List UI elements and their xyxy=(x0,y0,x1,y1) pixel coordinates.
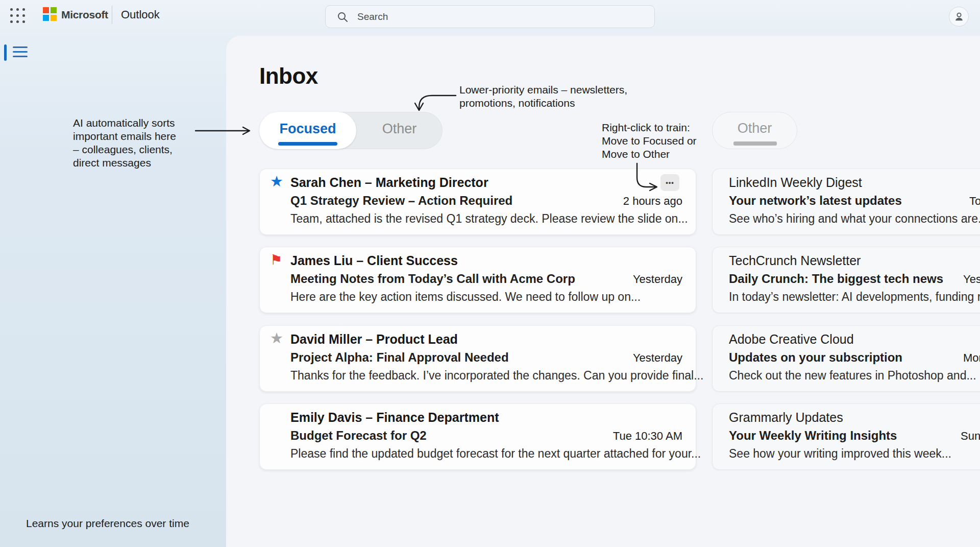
email-timestamp: 2 hours ago xyxy=(623,195,682,208)
email-row[interactable]: James Liu – Client Success Meeting Notes… xyxy=(259,247,696,313)
annotation-line: important emails here xyxy=(73,130,176,143)
email-row[interactable]: TechCrunch Newsletter Daily Crunch: The … xyxy=(712,247,980,313)
app-launcher-icon[interactable] xyxy=(10,8,26,23)
annotation-line: direct messages xyxy=(73,156,176,170)
email-timestamp: Yesterday xyxy=(633,351,682,365)
microsoft-logo-icon xyxy=(43,7,57,21)
top-bar: Microsoft Outlook xyxy=(0,0,980,36)
search-icon xyxy=(337,11,348,22)
email-timestamp: Tue 10:30 AM xyxy=(613,430,682,443)
annotation-line: Move to Focused or xyxy=(602,134,697,148)
tab-other-panel-label: Other xyxy=(738,121,772,136)
annotation-line: Move to Other xyxy=(602,148,697,161)
email-subject: Budget Forecast for Q2 xyxy=(290,429,427,443)
tab-focused[interactable]: Focused xyxy=(259,112,356,149)
tab-other-panel[interactable]: Other xyxy=(712,112,797,149)
email-subject: Updates on your subscription xyxy=(729,350,902,365)
email-preview: In today’s newsletter: AI developments, … xyxy=(729,290,980,304)
microsoft-wordmark: Microsoft xyxy=(61,9,108,21)
email-preview: Please find the updated budget forecast … xyxy=(290,447,701,461)
email-row[interactable]: LinkedIn Weekly Digest Your network’s la… xyxy=(712,169,980,235)
email-preview: See who’s hiring and what your connectio… xyxy=(729,212,980,226)
email-timestamp: Sun xyxy=(961,430,980,443)
email-timestamp: Mon xyxy=(963,351,980,365)
email-timestamp: Yest xyxy=(963,273,980,286)
email-subject: Daily Crunch: The biggest tech news xyxy=(729,272,943,286)
tab-focused-label: Focused xyxy=(279,121,336,137)
email-row[interactable]: Emily Davis – Finance Department Budget … xyxy=(259,403,696,470)
email-row[interactable]: David Miller – Product Lead Project Alph… xyxy=(259,325,696,392)
tab-other[interactable]: Other xyxy=(356,112,443,146)
email-sender: Sarah Chen – Marketing Director xyxy=(290,175,488,190)
email-preview: Here are the key action items discussed.… xyxy=(290,290,641,304)
email-row[interactable]: Adobe Creative Cloud Updates on your sub… xyxy=(712,325,980,392)
annotation-line: AI automatically sorts xyxy=(73,116,176,130)
person-icon xyxy=(953,11,965,22)
email-subject: Your network’s latest updates xyxy=(729,194,902,208)
email-subject: Project Alpha: Final Approval Needed xyxy=(290,350,509,365)
brand-divider xyxy=(112,6,112,24)
email-sender: Grammarly Updates xyxy=(729,410,843,425)
nav-accent-bar xyxy=(4,44,7,61)
search-input[interactable] xyxy=(356,11,634,23)
annotation-focused-note: AI automatically sorts important emails … xyxy=(73,116,176,170)
hamburger-menu-icon[interactable] xyxy=(13,46,28,59)
product-name: Outlook xyxy=(121,8,160,21)
search-bar[interactable] xyxy=(325,5,655,28)
more-options-button[interactable] xyxy=(660,174,679,191)
other-underline xyxy=(733,141,777,146)
email-timestamp: To xyxy=(969,195,980,208)
email-subject: Your Weekly Writing Insights xyxy=(729,429,897,443)
email-preview: See how your writing improved this week.… xyxy=(729,447,951,461)
email-sender: LinkedIn Weekly Digest xyxy=(729,175,862,190)
email-preview: Check out the new features in Photoshop … xyxy=(729,369,976,383)
email-timestamp: Yesterday xyxy=(633,273,682,286)
annotation-line: Right-click to train: xyxy=(602,121,697,134)
annotation-line: Lower-priority emails – newsletters, xyxy=(459,83,627,97)
email-row[interactable]: Sarah Chen – Marketing Director Q1 Strat… xyxy=(259,169,696,235)
email-sender: TechCrunch Newsletter xyxy=(729,253,861,268)
email-subject: Meeting Notes from Today’s Call with Acm… xyxy=(290,272,575,286)
email-subject: Q1 Strategy Review – Action Required xyxy=(290,194,512,208)
flag-icon[interactable] xyxy=(270,251,282,268)
annotation-line: promotions, notifications xyxy=(459,97,627,110)
annotation-train-note: Right-click to train: Move to Focused or… xyxy=(602,121,697,161)
email-sender: Adobe Creative Cloud xyxy=(729,332,854,347)
star-icon[interactable] xyxy=(270,330,283,346)
annotation-learning-note: Learns your preferences over time xyxy=(26,517,189,530)
annotation-line: – colleagues, clients, xyxy=(73,143,176,156)
email-row[interactable]: Grammarly Updates Your Weekly Writing In… xyxy=(712,403,980,470)
star-icon[interactable] xyxy=(270,173,283,189)
email-preview: Thanks for the feedback. I’ve incorporat… xyxy=(290,369,703,383)
email-sender: David Miller – Product Lead xyxy=(290,332,458,347)
focused-active-underline xyxy=(278,142,337,146)
account-avatar-button[interactable] xyxy=(949,7,969,27)
outlook-window: Microsoft Outlook AI automatically sorts… xyxy=(0,0,980,547)
page-title: Inbox xyxy=(259,63,318,89)
email-sender: Emily Davis – Finance Department xyxy=(290,410,499,425)
annotation-other-note: Lower-priority emails – newsletters, pro… xyxy=(459,83,627,110)
email-preview: Team, attached is the revised Q1 strateg… xyxy=(290,212,688,226)
email-sender: James Liu – Client Success xyxy=(290,253,458,268)
